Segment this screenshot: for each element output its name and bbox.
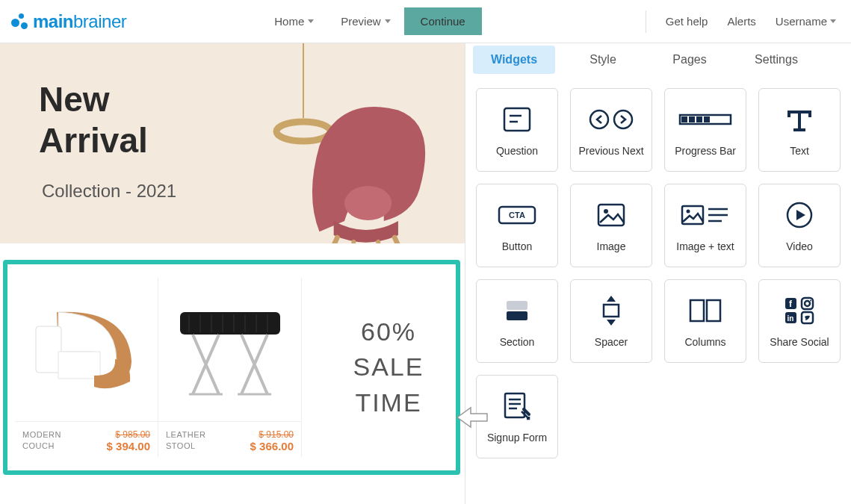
product-meta: MODERN COUCH $ 985.00 $ 394.00 <box>15 421 158 457</box>
logo[interactable]: mainbrainer <box>9 11 126 32</box>
hero-section[interactable]: New Arrival Collection - 2021 <box>0 43 465 243</box>
logo-mark-icon <box>9 13 28 31</box>
product-image <box>158 278 301 421</box>
panel-tabs: Widgets Style Pages Settings <box>465 43 851 76</box>
svg-point-24 <box>614 111 632 128</box>
sale-block: 60% SALE TIME <box>302 278 450 457</box>
chair-image <box>276 88 448 243</box>
svg-rect-34 <box>682 206 703 224</box>
svg-point-2 <box>344 186 392 220</box>
preview-canvas[interactable]: New Arrival Collection - 2021 <box>0 43 465 504</box>
widget-label: Spacer <box>595 336 628 348</box>
alerts-link[interactable]: Alerts <box>727 15 755 28</box>
svg-rect-40 <box>507 301 527 310</box>
svg-rect-44 <box>707 300 720 321</box>
cta-button-icon: CTA <box>497 199 537 231</box>
signup-form-icon <box>501 390 533 423</box>
price-block: $ 985.00 $ 394.00 <box>107 429 150 452</box>
svg-text:in: in <box>787 314 794 323</box>
widget-image-text[interactable]: Image + text <box>664 184 746 267</box>
svg-rect-8 <box>58 352 100 379</box>
main-area: New Arrival Collection - 2021 <box>0 43 851 504</box>
continue-button[interactable]: Continue <box>404 7 482 35</box>
sale-line-sale: SALE <box>353 349 424 385</box>
widget-share-social[interactable]: f in Share Social <box>758 279 841 363</box>
widget-label: Video <box>786 240 813 252</box>
svg-rect-53 <box>505 393 524 417</box>
svg-point-23 <box>590 111 608 128</box>
widget-progress-bar[interactable]: Progress Bar <box>664 88 746 172</box>
svg-line-3 <box>318 237 338 243</box>
widget-section[interactable]: Section <box>476 279 558 363</box>
svg-rect-7 <box>36 326 61 373</box>
previous-next-icon <box>587 103 635 136</box>
widget-label: Signup Form <box>487 432 547 444</box>
svg-point-49 <box>810 300 811 302</box>
svg-point-33 <box>604 209 608 214</box>
sale-line-percent: 60% <box>361 314 416 350</box>
tab-pages[interactable]: Pages <box>646 46 733 74</box>
widget-question[interactable]: Question <box>476 88 558 172</box>
new-price: $ 394.00 <box>107 440 150 452</box>
svg-rect-42 <box>604 305 619 317</box>
svg-rect-41 <box>507 311 527 320</box>
widget-text[interactable]: Text <box>758 88 841 172</box>
product-row: MODERN COUCH $ 985.00 $ 394.00 <box>7 264 456 470</box>
username-label: Username <box>776 15 827 28</box>
product-meta: LEATHER STOOL $ 915.00 $ 366.00 <box>158 421 301 457</box>
image-icon <box>595 199 627 231</box>
widget-label: Columns <box>684 336 725 348</box>
get-help-link[interactable]: Get help <box>666 15 708 28</box>
widget-spacer[interactable]: Spacer <box>570 279 652 363</box>
product-image <box>15 278 158 421</box>
section-icon <box>502 294 532 327</box>
nav-preview[interactable]: Preview <box>327 7 403 35</box>
price-block: $ 915.00 $ 366.00 <box>250 429 294 452</box>
svg-point-35 <box>687 210 690 214</box>
widget-label: Image + text <box>676 240 734 252</box>
widget-label: Text <box>790 145 809 157</box>
caret-down-icon <box>308 19 314 23</box>
divider <box>646 10 646 33</box>
product-card[interactable]: MODERN COUCH $ 985.00 $ 394.00 <box>15 278 158 457</box>
arrow-left-icon <box>456 406 489 429</box>
widget-image[interactable]: Image <box>570 184 652 267</box>
selected-section[interactable]: MODERN COUCH $ 985.00 $ 394.00 <box>3 260 460 475</box>
sale-line-time: TIME <box>355 385 421 421</box>
nav-right: Get help Alerts Username <box>646 10 836 33</box>
progress-bar-icon <box>678 103 732 136</box>
widget-video[interactable]: Video <box>758 184 841 267</box>
product-card[interactable]: LEATHER STOOL $ 915.00 $ 366.00 <box>158 278 302 457</box>
svg-point-48 <box>805 301 810 306</box>
right-panel: Widgets Style Pages Settings Question Pr… <box>465 43 851 504</box>
tab-widgets[interactable]: Widgets <box>473 46 555 74</box>
widget-previous-next[interactable]: Previous Next <box>570 88 652 172</box>
svg-rect-29 <box>704 116 710 122</box>
text-icon <box>785 103 814 136</box>
nav-home-label: Home <box>274 15 304 28</box>
svg-line-5 <box>347 242 354 243</box>
svg-rect-26 <box>681 116 687 122</box>
svg-rect-20 <box>504 108 530 131</box>
widget-columns[interactable]: Columns <box>664 279 746 363</box>
caret-down-icon <box>830 19 836 23</box>
nav-home[interactable]: Home <box>261 7 327 35</box>
product-name: LEATHER STOOL <box>166 429 205 452</box>
widget-label: Button <box>502 240 532 252</box>
logo-text: mainbrainer <box>33 11 126 32</box>
product-name: MODERN COUCH <box>22 429 61 452</box>
widget-label: Progress Bar <box>675 145 736 157</box>
svg-rect-47 <box>802 298 813 309</box>
widget-grid: Question Previous Next Progress Bar Text <box>465 76 851 470</box>
top-bar: mainbrainer Home Preview Continue Get he… <box>0 0 851 43</box>
widget-button[interactable]: CTA Button <box>476 184 558 267</box>
svg-rect-28 <box>696 116 702 122</box>
tab-style[interactable]: Style <box>560 46 646 74</box>
image-text-icon <box>680 199 731 231</box>
svg-text:CTA: CTA <box>509 211 525 220</box>
tab-settings[interactable]: Settings <box>733 46 820 74</box>
widget-label: Previous Next <box>578 145 643 157</box>
hero-title: New Arrival <box>39 79 148 161</box>
username-menu[interactable]: Username <box>776 15 836 28</box>
svg-rect-27 <box>689 116 695 122</box>
